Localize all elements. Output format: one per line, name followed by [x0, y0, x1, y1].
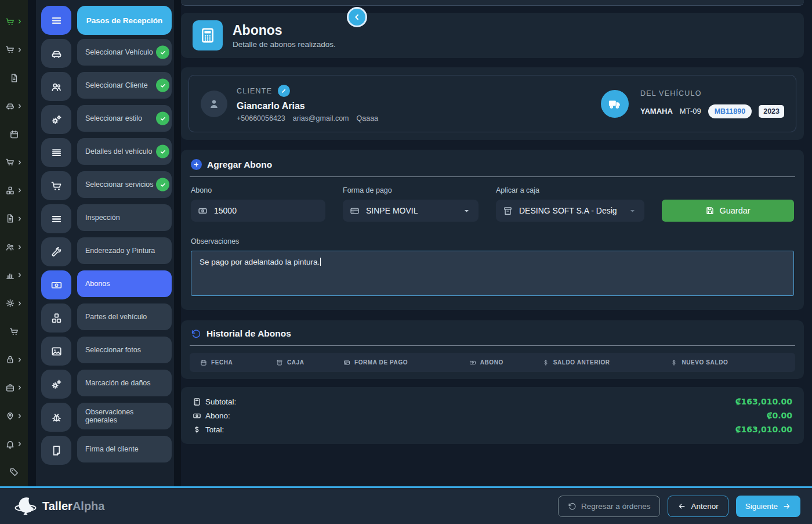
history-column-caja: CAJA: [276, 359, 343, 366]
cashbox-value: DESING SOFT S.A - Design ...: [519, 206, 617, 215]
step-label: Seleccionar fotos: [85, 346, 141, 354]
rail-item-16-tag[interactable]: [0, 458, 28, 487]
step-icon-button-bug[interactable]: [41, 403, 71, 432]
step-icon-button-list[interactable]: [41, 138, 71, 167]
amount-label: Abono: [191, 186, 325, 194]
payment-method-value: SINPE MOVIL: [366, 206, 418, 215]
siguiente-button[interactable]: Siguiente: [736, 496, 800, 517]
save-button[interactable]: Guardar: [662, 200, 794, 222]
step-icon-button-wrench[interactable]: [41, 237, 71, 266]
rail-item-8-users[interactable]: [0, 233, 28, 261]
step-icon-button-cubes[interactable]: [41, 303, 71, 333]
notes-textarea[interactable]: Se pago por adelantado la pintura.: [191, 251, 794, 296]
history-icon: [191, 328, 201, 339]
chevron-right-icon: [17, 103, 23, 109]
step-icon-button-gears[interactable]: [41, 105, 71, 134]
step-item-3[interactable]: Detalles del vehículo: [77, 138, 172, 165]
step-item-6[interactable]: Enderezado y Pintura: [77, 237, 172, 264]
step-icon-button-image[interactable]: [41, 337, 71, 366]
client-note: Qaaaa: [357, 114, 379, 122]
chevron-right-icon: [17, 301, 23, 306]
steps-menu-button[interactable]: [41, 6, 71, 35]
step-item-2[interactable]: Seleccionar estilo: [77, 105, 172, 132]
step-icon-button-money[interactable]: [41, 270, 71, 299]
rail-item-15-bell[interactable]: [0, 430, 28, 458]
gear-icon: [5, 298, 15, 308]
step-item-10[interactable]: Marcación de daños: [77, 370, 172, 396]
collapse-sidebar-button[interactable]: [347, 7, 367, 27]
gears-icon: [50, 114, 63, 126]
history-table-header: FECHACAJAFORMA DE PAGOABONOSALDO ANTERIO…: [190, 353, 795, 372]
step-item-4[interactable]: Seleccionar servicios: [77, 171, 172, 198]
rail-item-2-file[interactable]: [0, 64, 28, 92]
step-item-7[interactable]: Abonos: [77, 270, 172, 297]
check-icon: [160, 181, 166, 188]
arrow-right-icon: [782, 502, 791, 511]
vehicle-make: YAMAHA: [640, 107, 673, 115]
edit-client-button[interactable]: [278, 85, 290, 97]
anterior-button[interactable]: Anterior: [668, 496, 728, 517]
note-icon: [50, 445, 63, 457]
step-item-11[interactable]: Observaciones generales: [77, 403, 172, 429]
step-icon-button-users[interactable]: [41, 72, 71, 101]
history-column-label: NUEVO SALDO: [682, 359, 728, 366]
cubes-icon: [50, 312, 63, 324]
file-icon: [5, 214, 15, 223]
vehicle-info-wrap: DEL VEHÍCULO YAMAHA MT-09 MB11890 2023: [601, 89, 784, 118]
payment-method-select[interactable]: SINPE MOVIL: [343, 200, 478, 222]
total-value: ₡163,010.00: [735, 425, 792, 434]
rail-item-1-cart[interactable]: [0, 36, 28, 64]
history-column-label: SALDO ANTERIOR: [553, 359, 610, 366]
rail-item-5-cart[interactable]: [0, 149, 28, 177]
rail-item-0-cart[interactable]: [0, 8, 28, 36]
rail-item-10-gear[interactable]: [0, 289, 28, 317]
main-content: Abonos Detalle de abonos realizados. CLI…: [181, 0, 812, 486]
history-icon: [568, 502, 577, 511]
brand-text: TallerAlpha: [42, 500, 104, 513]
rail-item-12-lock[interactable]: [0, 345, 28, 374]
total-row-subtotal: Subtotal:₡163,010.00: [193, 395, 792, 409]
app-shell: Pasos de RecepciónSeleccionar VehículoSe…: [0, 0, 812, 486]
step-label: Firma del cliente: [85, 445, 139, 453]
step-icon-button-car[interactable]: [41, 39, 71, 68]
arrow-left-icon: [677, 502, 686, 511]
amount-input[interactable]: 15000: [191, 200, 325, 222]
footer-button-label: Anterior: [691, 502, 718, 511]
rail-item-3-car[interactable]: [0, 92, 28, 121]
step-done-badge: [156, 178, 169, 191]
step-item-5[interactable]: Inspección: [77, 204, 172, 231]
step-item-1[interactable]: Seleccionar Cliente: [77, 72, 172, 99]
history-column-abono: ABONO: [469, 359, 542, 366]
step-icon-button-menu[interactable]: [41, 204, 71, 233]
step-icon-button-gears[interactable]: [41, 370, 71, 399]
step-item-12[interactable]: Firma del cliente: [77, 436, 172, 462]
rail-item-13-briefcase[interactable]: [0, 374, 28, 402]
step-icon-button-note[interactable]: [41, 436, 71, 465]
rail-item-9-chart[interactable]: [0, 261, 28, 290]
sidebar-main-divider: [174, 0, 181, 486]
regresar-a-rdenes-button[interactable]: Regresar a órdenes: [558, 496, 660, 517]
car-icon: [5, 101, 15, 111]
totals-card: Subtotal:₡163,010.00Abono:₡0.00Total:₡16…: [181, 387, 804, 444]
menu-icon: [50, 213, 63, 225]
dollar-icon: [193, 425, 201, 434]
save-button-label: Guardar: [719, 206, 750, 215]
step-item-9[interactable]: Seleccionar fotos: [77, 337, 172, 363]
cart-icon: [5, 157, 15, 167]
rail-item-7-file[interactable]: [0, 205, 28, 233]
payment-method-field-group: Forma de pago SINPE MOVIL: [343, 186, 478, 222]
step-item-8[interactable]: Partes del vehículo: [77, 303, 172, 330]
cashbox-select[interactable]: DESING SOFT S.A - Design ...: [496, 200, 644, 222]
rail-item-6-cubes[interactable]: [0, 176, 28, 205]
rail-item-4-calendar[interactable]: [0, 120, 28, 149]
step-label: Marcación de daños: [85, 379, 151, 387]
step-label: Detalles del vehículo: [85, 147, 152, 156]
step-icon-button-cart[interactable]: [41, 171, 71, 200]
rail-item-11-cart[interactable]: [0, 317, 28, 346]
step-item-0[interactable]: Seleccionar Vehículo: [77, 39, 172, 66]
notes-value: Se pago por adelantado la pintura.: [200, 258, 320, 266]
rail-item-14-pin[interactable]: [0, 402, 28, 430]
add-payment-title: Agregar Abono: [207, 160, 272, 170]
users-icon: [5, 242, 15, 252]
client-email: arias@gmail.com: [293, 114, 349, 122]
